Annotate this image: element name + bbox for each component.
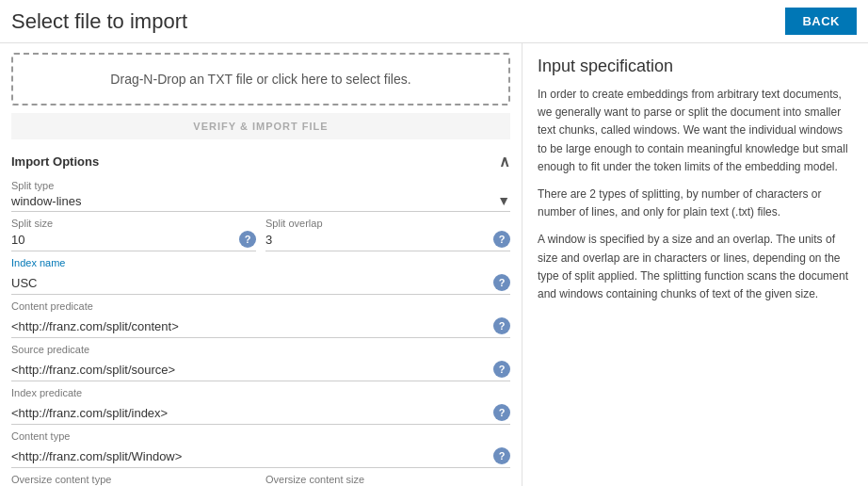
left-panel: Drag-N-Drop an TXT file or click here to… (0, 43, 522, 486)
split-overlap-label: Split overlap (265, 218, 510, 229)
index-name-help-icon[interactable]: ? (493, 274, 510, 291)
content-type-help-icon[interactable]: ? (493, 447, 510, 464)
index-name-group: Index name ? (11, 257, 510, 295)
spec-title: Input specification (538, 57, 853, 76)
source-predicate-input-row: ? (11, 361, 510, 381)
split-type-value: window-lines (11, 194, 497, 208)
back-button[interactable]: BACK (785, 8, 857, 35)
split-overlap-col: Split overlap ? (265, 218, 510, 251)
right-panel: Input specification In order to create e… (522, 43, 868, 486)
content-predicate-input[interactable] (11, 319, 493, 333)
oversize-content-type-label: Oversize content type (11, 474, 256, 485)
spec-paragraph-2: There are 2 types of splitting, by numbe… (538, 186, 853, 221)
chevron-up-icon: ∧ (499, 153, 510, 170)
source-predicate-group: Source predicate ? (11, 344, 510, 381)
file-drop-zone[interactable]: Drag-N-Drop an TXT file or click here to… (11, 53, 510, 105)
drop-zone-text: Drag-N-Drop an TXT file or click here to… (110, 72, 410, 87)
content-predicate-input-row: ? (11, 317, 510, 338)
index-predicate-input-row: ? (11, 404, 510, 425)
oversize-content-size-col: Oversize content size ? (265, 474, 510, 486)
spec-paragraph-3: A window is specified by a size and an o… (538, 231, 853, 303)
content-type-label: Content type (11, 430, 510, 442)
content-type-input[interactable] (11, 449, 493, 463)
content-type-input-row: ? (11, 447, 510, 468)
index-predicate-label: Index predicate (11, 387, 510, 398)
split-size-help-icon[interactable]: ? (239, 231, 256, 248)
index-name-input[interactable] (11, 276, 493, 290)
index-name-input-row: ? (11, 274, 510, 295)
oversize-row: Oversize content type Oversize content s… (11, 474, 510, 486)
index-predicate-help-icon[interactable]: ? (493, 404, 510, 421)
main-content: Drag-N-Drop an TXT file or click here to… (0, 43, 868, 486)
import-options-label: Import Options (11, 154, 99, 169)
index-name-label: Index name (11, 257, 510, 268)
split-overlap-help-icon[interactable]: ? (493, 231, 510, 248)
spec-paragraph-1: In order to create embeddings from arbit… (538, 86, 853, 176)
page-title: Select file to import (11, 9, 187, 34)
dropdown-arrow-icon: ▼ (497, 193, 510, 208)
source-predicate-input[interactable] (11, 363, 493, 377)
content-type-group: Content type ? (11, 430, 510, 468)
source-predicate-help-icon[interactable]: ? (493, 361, 510, 378)
split-overlap-input[interactable] (265, 233, 493, 247)
split-type-label: Split type (11, 180, 510, 191)
split-overlap-input-row: ? (265, 231, 510, 251)
verify-import-button[interactable]: VERIFY & IMPORT FILE (11, 113, 510, 139)
split-type-group: Split type window-lines ▼ (11, 180, 510, 212)
import-options-toggle[interactable]: Import Options ∧ (11, 149, 510, 174)
oversize-content-size-label: Oversize content size (265, 474, 510, 485)
split-size-col: Split size ? (11, 218, 256, 251)
index-predicate-group: Index predicate ? (11, 387, 510, 425)
split-size-label: Split size (11, 218, 256, 229)
split-type-select-row[interactable]: window-lines ▼ (11, 193, 510, 212)
split-size-input-row: ? (11, 231, 256, 251)
source-predicate-label: Source predicate (11, 344, 510, 355)
index-predicate-input[interactable] (11, 406, 493, 420)
oversize-content-type-col: Oversize content type (11, 474, 256, 486)
content-predicate-label: Content predicate (11, 300, 510, 312)
split-size-overlap-row: Split size ? Split overlap ? (11, 218, 510, 251)
content-predicate-help-icon[interactable]: ? (493, 317, 510, 334)
content-predicate-group: Content predicate ? (11, 300, 510, 338)
split-size-input[interactable] (11, 233, 239, 247)
page-header: Select file to import BACK (0, 0, 868, 43)
